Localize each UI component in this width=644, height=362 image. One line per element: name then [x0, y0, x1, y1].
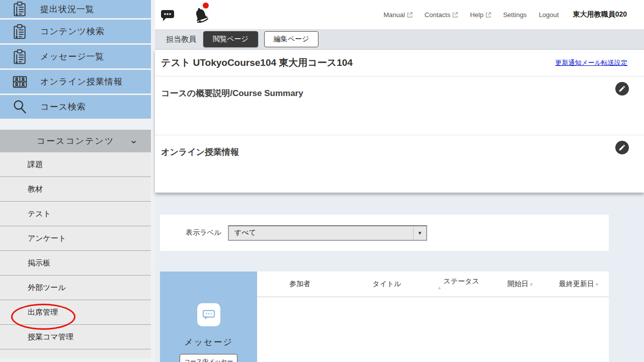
manual-link-label: Manual [383, 11, 405, 19]
sidebar-item-label: メッセージ一覧 [40, 51, 105, 62]
sidebar-item-label: コース検索 [40, 101, 86, 113]
course-title-bar: テスト UTokyoCourse104 東大用コース104 更新通知メール転送設… [155, 50, 644, 76]
settings-link[interactable]: Settings [503, 11, 527, 19]
dropdown-arrow-icon: ▼ [413, 226, 426, 240]
edit-summary-button[interactable] [615, 82, 629, 96]
course-summary-section: コースの概要説明/Course Summary [155, 76, 644, 135]
sidebar-item-label: 提出状況一覧 [40, 4, 95, 15]
username: 東大用教職員020 [573, 10, 627, 19]
message-table: メッセージ コース内メッセー 参加者 タイトル ステータス ▵ 開始日▿ 最終更… [160, 272, 609, 362]
sidebar-item-label: 出席管理 [28, 308, 58, 317]
sidebar-item-course-search[interactable]: コース検索 [0, 95, 151, 119]
sidebar: 提出状況一覧 コンテンツ検索 メッセージ一覧 [0, 0, 151, 362]
display-label-filter: 表示ラベル すべて ▼ [160, 215, 609, 251]
logout-link-label: Logout [539, 11, 559, 19]
sidebar-item-label: コンテンツ検索 [40, 26, 105, 37]
chat-bubble-icon [197, 303, 220, 326]
sort-desc-icon: ▿ [530, 282, 532, 287]
search-icon [10, 99, 29, 115]
tab-view-page[interactable]: 閲覧ページ [203, 31, 258, 47]
contacts-link[interactable]: Contacts [425, 11, 458, 19]
sidebar-section-course-contents[interactable]: コースコンテンツ ⌄ [0, 130, 151, 152]
column-header-participants: 参加者 [257, 280, 343, 289]
sidebar-gap [0, 120, 151, 130]
settings-link-label: Settings [503, 11, 527, 19]
course-summary-heading: コースの概要説明/Course Summary [161, 87, 629, 99]
tab-bar: 担当教員 閲覧ページ 編集ページ [155, 29, 644, 50]
table-header-row: 参加者 タイトル ステータス ▵ 開始日▿ 最終更新日▿ [257, 272, 609, 297]
topbar: Manual Contacts Help Settings Logout 東大用… [155, 0, 644, 29]
manual-link[interactable]: Manual [383, 11, 413, 19]
sort-asc-icon: ▵ [438, 286, 441, 291]
edit-online-class-button[interactable] [615, 141, 629, 154]
sidebar-item-content-search[interactable]: コンテンツ検索 [0, 20, 151, 43]
sort-desc-icon: ▿ [596, 282, 598, 287]
message-table-right: 参加者 タイトル ステータス ▵ 開始日▿ 最終更新日▿ [257, 272, 609, 362]
column-header-title: タイトル [343, 280, 431, 289]
online-class-heading: オンライン授業情報 [161, 146, 629, 158]
bell-icon[interactable] [190, 4, 212, 26]
pencil-icon [618, 144, 626, 151]
sidebar-section-label: コースコンテンツ [37, 135, 115, 147]
external-link-icon [407, 12, 413, 18]
sidebar-item-online-class-info[interactable]: オンライン授業情報 [0, 70, 151, 94]
display-label-text: 表示ラベル [160, 228, 228, 237]
sidebar-item-label: 掲示板 [28, 258, 50, 268]
message-panel-title: メッセージ [184, 336, 233, 348]
help-link[interactable]: Help [470, 11, 491, 19]
message-icon[interactable] [160, 7, 175, 22]
notification-dot [203, 3, 209, 9]
sidebar-item-assignments[interactable]: 課題 [0, 152, 151, 177]
sidebar-item-surveys[interactable]: アンケート [0, 226, 151, 251]
sidebar-item-message-list[interactable]: メッセージ一覧 [0, 45, 151, 68]
sidebar-item-partial [0, 349, 151, 358]
chevron-down-icon: ⌄ [129, 134, 139, 146]
sidebar-item-bulletin-board[interactable]: 掲示板 [0, 251, 151, 276]
tab-edit-page[interactable]: 編集ページ [264, 31, 319, 47]
external-link-icon [486, 12, 491, 18]
help-link-label: Help [470, 11, 484, 19]
sidebar-item-label: 課題 [28, 160, 43, 169]
display-label-select[interactable]: すべて ▼ [228, 225, 427, 241]
column-header-last-updated[interactable]: 最終更新日▿ [548, 280, 609, 289]
sidebar-item-label: アンケート [28, 234, 66, 243]
column-header-status[interactable]: ステータス ▵ [431, 278, 492, 290]
course-panel: テスト UTokyoCourse104 東大用コース104 更新通知メール転送設… [155, 50, 644, 193]
message-panel[interactable]: メッセージ コース内メッセー [160, 272, 257, 362]
main: Manual Contacts Help Settings Logout 東大用… [155, 0, 644, 362]
column-header-start-date[interactable]: 開始日▿ [492, 280, 548, 289]
sidebar-item-submission-status[interactable]: 提出状況一覧 [0, 0, 151, 18]
sidebar-item-label: 教材 [28, 185, 43, 194]
pencil-icon [618, 85, 626, 93]
contacts-link-label: Contacts [425, 11, 450, 19]
table-body-empty [257, 297, 609, 362]
external-link-icon [452, 12, 458, 18]
content-lower-area: 表示ラベル すべて ▼ メッセージ コース内メッセー [155, 193, 644, 362]
logout-link[interactable]: Logout [539, 11, 559, 19]
update-notification-mail-link[interactable]: 更新通知メール転送設定 [555, 58, 627, 67]
clipboard-icon [10, 24, 29, 40]
sidebar-item-label: オンライン授業情報 [40, 76, 123, 87]
clipboard-icon [10, 1, 29, 17]
course-message-button[interactable]: コース内メッセー [180, 354, 237, 362]
sidebar-item-class-slot-management[interactable]: 授業コマ管理 [0, 325, 151, 349]
sidebar-item-label: 授業コマ管理 [28, 332, 73, 342]
online-class-icon [10, 73, 29, 90]
select-value: すべて [229, 228, 413, 237]
sidebar-item-external-tools[interactable]: 外部ツール [0, 276, 151, 300]
sidebar-item-attendance[interactable]: 出席管理 [0, 300, 151, 325]
role-label: 担当教員 [166, 35, 196, 44]
sidebar-item-tests[interactable]: テスト [0, 202, 151, 226]
online-class-section: オンライン授業情報 [155, 135, 644, 193]
sidebar-item-materials[interactable]: 教材 [0, 177, 151, 202]
page-title: テスト UTokyoCourse104 東大用コース104 [161, 56, 555, 69]
sidebar-item-label: 外部ツール [28, 283, 66, 293]
sidebar-item-label: テスト [28, 209, 51, 219]
clipboard-icon [10, 49, 29, 65]
